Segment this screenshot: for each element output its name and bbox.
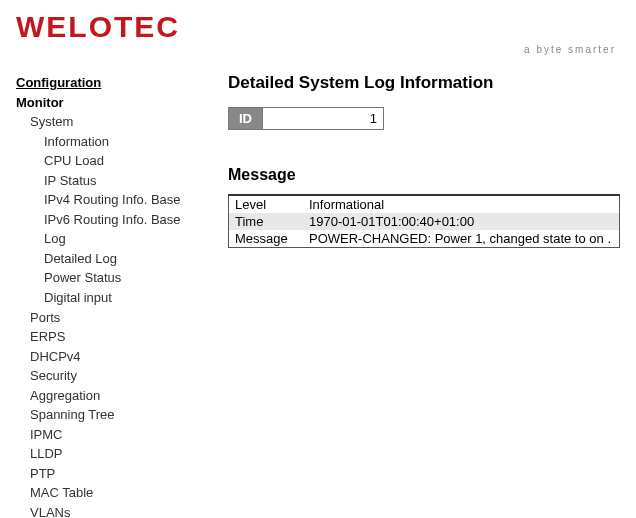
nav-lldp[interactable]: LLDP	[16, 444, 208, 464]
nav-system-detailed-log[interactable]: Detailed Log	[16, 249, 208, 269]
main-content: Detailed System Log Information ID Messa…	[208, 73, 620, 248]
nav-system-cpu-load[interactable]: CPU Load	[16, 151, 208, 171]
nav-system-ip-status[interactable]: IP Status	[16, 171, 208, 191]
log-id-label: ID	[229, 108, 262, 129]
nav-system-ipv4-routing[interactable]: IPv4 Routing Info. Base	[16, 190, 208, 210]
sidebar-nav: Configuration Monitor System Information…	[16, 73, 208, 518]
page-title: Detailed System Log Information	[228, 73, 620, 93]
nav-spanning-tree[interactable]: Spanning Tree	[16, 405, 208, 425]
log-id-field: ID	[228, 107, 384, 130]
nav-dhcpv4[interactable]: DHCPv4	[16, 347, 208, 367]
message-key-level: Level	[235, 197, 309, 212]
nav-system[interactable]: System	[16, 112, 208, 132]
nav-system-log[interactable]: Log	[16, 229, 208, 249]
message-row-time: Time 1970-01-01T01:00:40+01:00	[229, 213, 619, 230]
nav-aggregation[interactable]: Aggregation	[16, 386, 208, 406]
message-row-message: Message POWER-CHANGED: Power 1, changed …	[229, 230, 619, 247]
message-val-time: 1970-01-01T01:00:40+01:00	[309, 214, 613, 229]
message-section-title: Message	[228, 166, 620, 184]
brand-logo: WELOTEC a byte smarter	[16, 12, 620, 55]
message-val-level: Informational	[309, 197, 613, 212]
nav-system-digital-input[interactable]: Digital input	[16, 288, 208, 308]
nav-security[interactable]: Security	[16, 366, 208, 386]
message-key-time: Time	[235, 214, 309, 229]
nav-ports[interactable]: Ports	[16, 308, 208, 328]
nav-configuration[interactable]: Configuration	[16, 73, 208, 93]
brand-name: WELOTEC	[16, 12, 620, 42]
nav-monitor[interactable]: Monitor	[16, 93, 208, 113]
message-key-message: Message	[235, 231, 309, 246]
nav-ipmc[interactable]: IPMC	[16, 425, 208, 445]
log-id-input[interactable]	[262, 108, 383, 129]
nav-system-ipv6-routing[interactable]: IPv6 Routing Info. Base	[16, 210, 208, 230]
nav-vlans[interactable]: VLANs	[16, 503, 208, 518]
nav-system-information[interactable]: Information	[16, 132, 208, 152]
message-table: Level Informational Time 1970-01-01T01:0…	[228, 194, 620, 248]
message-val-message: POWER-CHANGED: Power 1, changed state to…	[309, 231, 613, 246]
message-row-level: Level Informational	[229, 196, 619, 213]
nav-system-power-status[interactable]: Power Status	[16, 268, 208, 288]
nav-mac-table[interactable]: MAC Table	[16, 483, 208, 503]
nav-ptp[interactable]: PTP	[16, 464, 208, 484]
nav-erps[interactable]: ERPS	[16, 327, 208, 347]
brand-tagline: a byte smarter	[16, 44, 620, 55]
